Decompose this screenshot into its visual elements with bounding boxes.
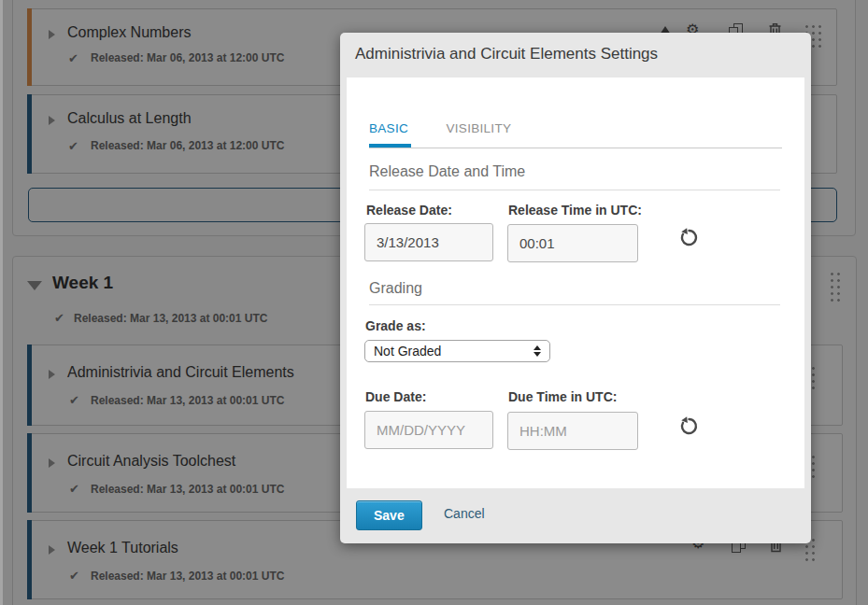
divider — [369, 190, 780, 190]
window-edge — [0, 0, 3, 605]
grade-as-select[interactable]: Not Graded — [364, 340, 550, 362]
tab-basic[interactable]: BASIC — [369, 121, 411, 148]
grading-section-heading: Grading — [369, 280, 422, 297]
due-date-label: Due Date: — [365, 389, 426, 404]
studio-course-outline-page: Complex Numbers ✔ Released: Mar 06, 2013… — [0, 0, 868, 605]
select-arrows-icon — [534, 345, 541, 357]
subsection-settings-modal: Administrivia and Circuit Elements Setti… — [340, 33, 811, 543]
due-time-input[interactable] — [507, 412, 638, 450]
modal-body: BASIC VISIBILITY Release Date and Time R… — [347, 77, 804, 488]
release-section-heading: Release Date and Time — [369, 163, 525, 180]
release-date-input[interactable] — [364, 223, 493, 261]
release-time-label: Release Time in UTC: — [508, 203, 642, 218]
grade-as-selected-value: Not Graded — [374, 344, 441, 359]
save-button[interactable]: Save — [356, 500, 422, 530]
release-time-input[interactable] — [507, 224, 638, 262]
divider — [369, 304, 780, 305]
due-date-input[interactable] — [364, 411, 493, 449]
tab-visibility[interactable]: VISIBILITY — [446, 121, 511, 148]
grade-as-label: Grade as: — [365, 318, 426, 333]
due-time-label: Due Time in UTC: — [508, 389, 617, 404]
cancel-button[interactable]: Cancel — [444, 506, 485, 521]
reset-due-icon[interactable] — [678, 415, 701, 438]
release-date-label: Release Date: — [366, 203, 452, 218]
reset-release-icon[interactable] — [678, 227, 701, 249]
settings-tabs: BASIC VISIBILITY — [369, 120, 782, 148]
modal-title: Administrivia and Circuit Elements Setti… — [355, 45, 658, 63]
